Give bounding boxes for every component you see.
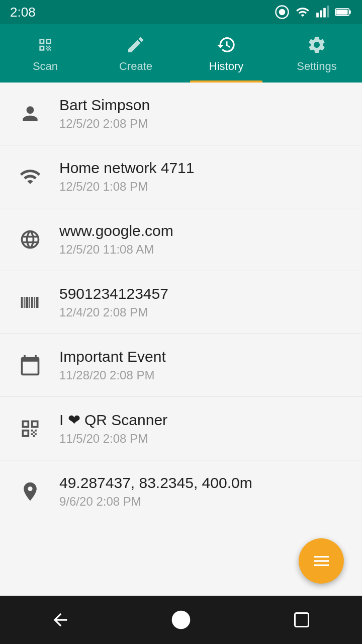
status-icons bbox=[275, 5, 352, 20]
create-tab-icon bbox=[125, 34, 147, 56]
item-content: I ❤ QR Scanner 11/5/20 2:08 PM bbox=[59, 411, 167, 446]
item-title: Bart Simpson bbox=[59, 97, 150, 114]
svg-rect-3 bbox=[320, 11, 322, 18]
fab-menu-button[interactable] bbox=[299, 538, 344, 584]
item-content: Bart Simpson 12/5/20 2:08 PM bbox=[59, 97, 150, 131]
item-content: Home network 4711 12/5/20 1:08 PM bbox=[59, 159, 194, 194]
item-subtitle: 12/4/20 2:08 PM bbox=[59, 305, 168, 319]
item-subtitle: 12/5/20 11:08 AM bbox=[59, 243, 173, 257]
svg-rect-8 bbox=[349, 11, 350, 14]
item-title: 5901234123457 bbox=[59, 285, 168, 302]
tab-history[interactable]: History bbox=[181, 24, 272, 83]
barcode-icon bbox=[15, 287, 45, 317]
menu-icon bbox=[311, 551, 331, 571]
tab-scan[interactable]: Scan bbox=[0, 24, 90, 83]
item-title: www.google.com bbox=[59, 222, 173, 239]
list-item[interactable]: Home network 4711 12/5/20 1:08 PM bbox=[0, 145, 362, 208]
contact-icon bbox=[15, 99, 45, 129]
list-item[interactable]: 5901234123457 12/4/20 2:08 PM bbox=[0, 271, 362, 334]
item-content: 49.287437, 83.2345, 400.0m 9/6/20 2:08 P… bbox=[59, 474, 252, 509]
tab-bar: Scan Create History Settings bbox=[0, 24, 362, 83]
svg-rect-7 bbox=[336, 10, 348, 15]
item-title: Important Event bbox=[59, 348, 166, 365]
tab-settings-label: Settings bbox=[297, 60, 337, 73]
item-title: Home network 4711 bbox=[59, 159, 194, 177]
qr-icon bbox=[15, 414, 45, 444]
svg-rect-5 bbox=[327, 6, 329, 17]
tab-create[interactable]: Create bbox=[90, 24, 181, 83]
item-subtitle: 11/5/20 2:08 PM bbox=[59, 432, 167, 446]
svg-rect-2 bbox=[316, 13, 319, 17]
wifi-status-icon bbox=[295, 5, 311, 19]
list-item[interactable]: www.google.com 12/5/20 11:08 AM bbox=[0, 208, 362, 271]
home-button[interactable] bbox=[161, 600, 201, 640]
list-item[interactable]: 49.287437, 83.2345, 400.0m 9/6/20 2:08 P… bbox=[0, 460, 362, 523]
status-time: 2:08 bbox=[10, 5, 36, 20]
list-item[interactable]: Bart Simpson 12/5/20 2:08 PM bbox=[0, 83, 362, 145]
item-subtitle: 12/5/20 2:08 PM bbox=[59, 117, 150, 131]
bottom-nav-bar bbox=[0, 596, 362, 644]
battery-icon bbox=[335, 7, 352, 18]
back-button[interactable] bbox=[40, 600, 80, 640]
item-content: www.google.com 12/5/20 11:08 AM bbox=[59, 222, 173, 257]
item-content: Important Event 11/28/20 2:08 PM bbox=[59, 348, 166, 382]
tab-scan-label: Scan bbox=[33, 60, 58, 73]
wifi-icon bbox=[15, 162, 45, 192]
tab-create-label: Create bbox=[119, 60, 152, 73]
svg-point-1 bbox=[279, 9, 286, 16]
tab-history-label: History bbox=[209, 60, 243, 73]
item-subtitle: 9/6/20 2:08 PM bbox=[59, 495, 252, 509]
svg-rect-4 bbox=[323, 8, 326, 18]
item-subtitle: 11/28/20 2:08 PM bbox=[59, 368, 166, 382]
location-icon bbox=[15, 476, 45, 507]
app-status-icon bbox=[275, 5, 290, 20]
calendar-icon bbox=[15, 350, 45, 380]
scan-tab-icon bbox=[34, 34, 56, 56]
item-subtitle: 12/5/20 1:08 PM bbox=[59, 180, 194, 194]
item-content: 5901234123457 12/4/20 2:08 PM bbox=[59, 285, 168, 319]
list-item[interactable]: I ❤ QR Scanner 11/5/20 2:08 PM bbox=[0, 397, 362, 460]
back-icon bbox=[50, 610, 70, 630]
recents-icon bbox=[293, 611, 311, 629]
item-title: I ❤ QR Scanner bbox=[59, 411, 167, 429]
list-item[interactable]: Important Event 11/28/20 2:08 PM bbox=[0, 334, 362, 397]
item-title: 49.287437, 83.2345, 400.0m bbox=[59, 474, 252, 492]
tab-settings[interactable]: Settings bbox=[272, 24, 362, 83]
signal-icon bbox=[316, 5, 330, 19]
globe-icon bbox=[15, 224, 45, 255]
svg-point-9 bbox=[172, 611, 191, 629]
svg-rect-10 bbox=[295, 613, 309, 627]
history-tab-icon bbox=[215, 34, 237, 56]
settings-tab-icon bbox=[306, 34, 328, 56]
status-bar: 2:08 bbox=[0, 0, 362, 24]
recents-button[interactable] bbox=[282, 600, 322, 640]
home-icon bbox=[170, 609, 192, 631]
